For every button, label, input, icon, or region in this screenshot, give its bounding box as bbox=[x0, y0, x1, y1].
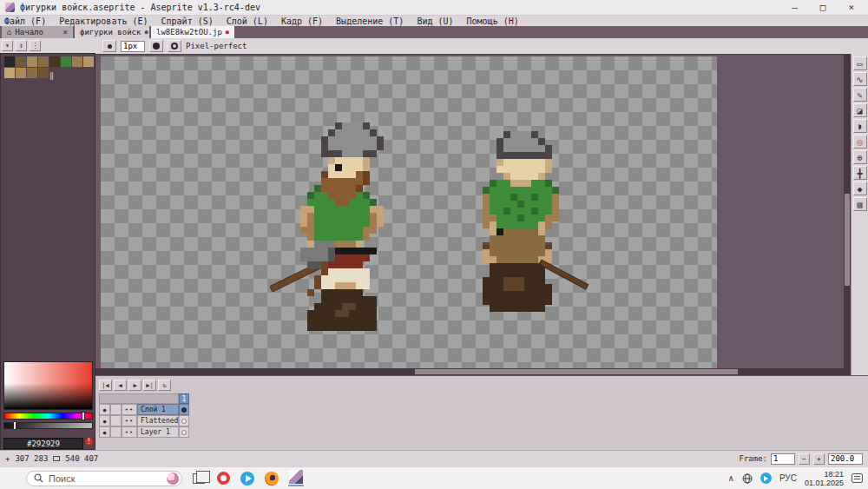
loop-button[interactable]: ↻ bbox=[158, 380, 171, 391]
sprite-canvas-area[interactable] bbox=[101, 56, 717, 369]
lock-icon[interactable] bbox=[110, 404, 122, 415]
opera-app-button[interactable] bbox=[215, 471, 231, 486]
vertical-scrollbar-thumb[interactable] bbox=[845, 194, 850, 286]
tool-gradient[interactable]: ▨ bbox=[853, 197, 867, 211]
continuous-icon[interactable]: •• bbox=[122, 415, 137, 426]
tool-pencil[interactable]: ✎ bbox=[853, 88, 867, 102]
telegram-app-button[interactable] bbox=[240, 471, 255, 486]
pixel-perfect-label[interactable]: Pixel-perfect bbox=[186, 42, 247, 50]
tab-close-icon[interactable]: × bbox=[63, 28, 68, 36]
hue-handle[interactable] bbox=[82, 412, 85, 420]
continuous-icon[interactable]: •• bbox=[122, 426, 137, 438]
palette-sort-button[interactable]: ↕ bbox=[16, 40, 27, 51]
vertical-scrollbar[interactable] bbox=[844, 55, 851, 375]
hidden-icons-chevron[interactable]: ∧ bbox=[728, 473, 734, 483]
clock[interactable]: 18:21 01.01.2025 bbox=[805, 470, 844, 487]
menu-help[interactable]: Помощь (H) bbox=[467, 17, 519, 26]
firefox-app-button[interactable] bbox=[264, 471, 279, 486]
palette-swatch[interactable] bbox=[38, 56, 49, 67]
visibility-icon[interactable]: ● bbox=[99, 415, 110, 426]
visibility-icon[interactable]: ● bbox=[99, 404, 110, 415]
palette-swatch[interactable] bbox=[49, 56, 60, 67]
palette-swatch[interactable] bbox=[27, 56, 37, 67]
play-button[interactable]: ▶ bbox=[128, 380, 141, 391]
alpha-slider[interactable] bbox=[3, 422, 93, 429]
palette-swatch[interactable] bbox=[16, 68, 26, 78]
tab-home[interactable]: ⌂ Начало × bbox=[2, 26, 73, 38]
tool-zoom[interactable]: ◎ bbox=[853, 135, 867, 149]
tool-hand[interactable]: ⊕ bbox=[853, 150, 867, 164]
layer-name[interactable]: Слой 1 bbox=[137, 404, 179, 415]
cel-indicator[interactable] bbox=[179, 404, 189, 415]
language-indicator[interactable]: РУС bbox=[779, 473, 797, 483]
menu-file[interactable]: Файл (F) bbox=[4, 17, 46, 26]
visibility-icon[interactable]: ● bbox=[99, 426, 110, 438]
palette-swatch[interactable] bbox=[61, 56, 71, 67]
horizontal-scrollbar-thumb[interactable] bbox=[415, 369, 738, 374]
color-warning-icon[interactable]: ! bbox=[84, 437, 94, 446]
brush-size-input[interactable] bbox=[121, 41, 145, 52]
notification-center-icon[interactable] bbox=[852, 473, 863, 483]
palette-swatch[interactable] bbox=[83, 56, 94, 67]
minimize-button[interactable]: – bbox=[792, 2, 798, 13]
layer-row[interactable]: ● •• Слой 1 bbox=[99, 404, 189, 415]
last-frame-button[interactable]: ▶| bbox=[143, 380, 156, 391]
menu-layer[interactable]: Слой (L) bbox=[227, 17, 268, 26]
network-icon[interactable] bbox=[742, 473, 753, 484]
editor-canvas[interactable] bbox=[95, 54, 851, 375]
hue-slider[interactable] bbox=[3, 413, 93, 420]
frame-1-header[interactable]: 1 bbox=[179, 393, 189, 404]
tab-document-active[interactable]: фигурки войск ● bbox=[75, 26, 149, 38]
frame-increment-button[interactable]: + bbox=[813, 453, 825, 465]
maximize-button[interactable]: □ bbox=[820, 2, 826, 13]
tool-move[interactable]: ╋ bbox=[853, 166, 867, 180]
palette-swatch[interactable] bbox=[16, 56, 26, 67]
layer-row[interactable]: ● •• Flattened bbox=[99, 415, 189, 426]
layer-name[interactable]: Layer 1 bbox=[137, 426, 179, 438]
prev-frame-button[interactable]: ◀ bbox=[114, 380, 127, 391]
brush-type-button[interactable] bbox=[102, 40, 116, 52]
first-frame-button[interactable]: |◀ bbox=[99, 380, 112, 391]
palette-swatch[interactable] bbox=[27, 68, 37, 78]
cel-indicator[interactable] bbox=[179, 415, 189, 426]
lock-icon[interactable] bbox=[110, 426, 122, 438]
color-gradient-picker[interactable] bbox=[3, 361, 93, 410]
search-highlight-image[interactable] bbox=[167, 472, 179, 485]
frame-number-input[interactable] bbox=[771, 453, 795, 465]
windows-start-button[interactable] bbox=[5, 472, 17, 485]
palette-options-button[interactable]: ⋮ bbox=[30, 40, 41, 51]
palette-presets-button[interactable]: ▾ bbox=[2, 40, 13, 51]
alpha-handle[interactable] bbox=[13, 421, 16, 430]
tool-rectangular-marquee[interactable]: ▭ bbox=[853, 56, 867, 70]
tool-lasso[interactable]: ∿ bbox=[853, 72, 867, 86]
menu-sprite[interactable]: Спрайт (S) bbox=[161, 17, 214, 26]
taskbar-search[interactable]: Поиск bbox=[26, 471, 182, 486]
menu-frame[interactable]: Кадр (F) bbox=[281, 17, 323, 26]
palette-swatch[interactable] bbox=[72, 56, 82, 67]
close-button[interactable]: × bbox=[848, 2, 854, 13]
cel-indicator[interactable] bbox=[179, 426, 189, 438]
aseprite-app-button[interactable] bbox=[288, 471, 304, 486]
lock-icon[interactable] bbox=[110, 415, 122, 426]
menu-edit[interactable]: Редактировать (E) bbox=[59, 17, 148, 26]
continuous-icon[interactable]: •• bbox=[122, 404, 137, 415]
palette-swatch[interactable] bbox=[4, 56, 15, 67]
tab-document-jpeg[interactable]: lw8E8kw2tOU.jp ● bbox=[151, 26, 234, 38]
ink-button[interactable] bbox=[149, 40, 163, 52]
layer-name[interactable]: Flattened bbox=[137, 415, 179, 426]
tool-paint-bucket[interactable]: ◆ bbox=[853, 182, 867, 195]
horizontal-scrollbar[interactable] bbox=[95, 368, 844, 375]
tool-eraser[interactable]: ◪ bbox=[853, 103, 867, 117]
menu-view[interactable]: Вид (U) bbox=[417, 17, 453, 26]
tool-eyedropper[interactable]: ◗ bbox=[853, 119, 867, 133]
dynamics-button[interactable] bbox=[168, 40, 181, 52]
task-view-button[interactable] bbox=[191, 471, 207, 486]
foreground-color[interactable]: #292929 bbox=[3, 438, 83, 449]
layer-row[interactable]: ● •• Layer 1 bbox=[99, 426, 189, 438]
palette-swatch[interactable] bbox=[4, 68, 15, 78]
telegram-tray-icon[interactable] bbox=[760, 472, 772, 484]
palette-swatch[interactable] bbox=[38, 68, 49, 78]
zoom-input[interactable] bbox=[828, 453, 863, 465]
menu-select[interactable]: Выделение (T) bbox=[336, 17, 404, 26]
frame-decrement-button[interactable]: − bbox=[799, 453, 810, 465]
